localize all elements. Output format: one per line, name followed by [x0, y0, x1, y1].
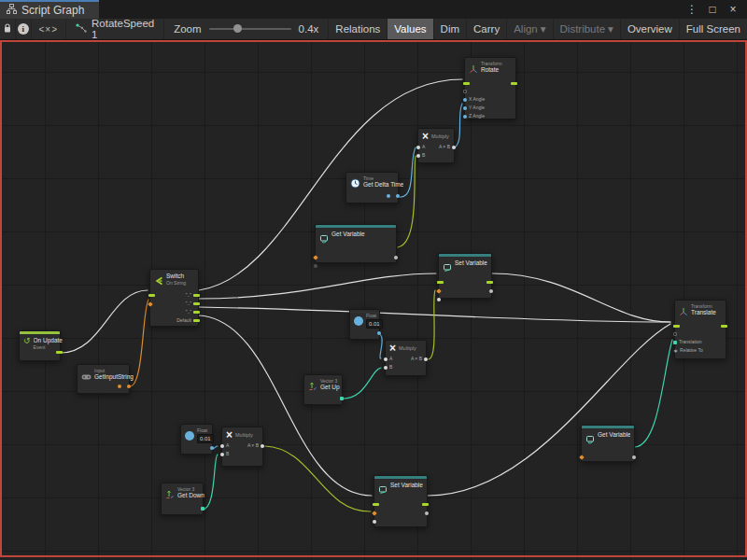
node-get-variable-br[interactable]: Get Variable	[581, 425, 635, 462]
overview-button[interactable]: Overview	[620, 19, 679, 39]
float-value-field[interactable]: 0.01	[366, 319, 383, 329]
value-input-port[interactable]	[437, 298, 441, 301]
node-get-down[interactable]: Vector 3 Get Down	[161, 483, 204, 515]
node-on-update[interactable]: ↺ On Update Event	[19, 330, 61, 361]
graph-canvas[interactable]: ↺ On Update Event Input GetInputString	[0, 40, 747, 560]
node-translate[interactable]: Transform Translate Translation ∗Relativ…	[674, 300, 726, 359]
variable-name-port[interactable]	[579, 455, 585, 460]
input-a-port[interactable]	[416, 146, 420, 149]
zoom-slider[interactable]	[209, 28, 291, 30]
float-output-port[interactable]	[210, 446, 214, 450]
control-input-port[interactable]	[148, 294, 155, 297]
align-dropdown[interactable]: Align▾	[506, 19, 552, 39]
wire-getvariable-to-multiply[interactable]	[398, 156, 416, 247]
control-input-port[interactable]	[437, 281, 444, 284]
control-input-port[interactable]	[373, 503, 379, 506]
fullscreen-button[interactable]: Full Screen	[679, 19, 747, 39]
graph-breadcrumb[interactable]: RotateSpeed 1	[66, 19, 164, 39]
y-angle-port[interactable]	[463, 106, 467, 110]
wire-switch-to-setvariable-mid[interactable]	[199, 273, 436, 299]
node-get-delta-time[interactable]: Time Get Delta Time	[345, 172, 399, 203]
input-b-port[interactable]	[416, 154, 420, 158]
carry-button[interactable]: Carry	[466, 19, 506, 39]
z-angle-port[interactable]	[463, 115, 467, 119]
vector-output-port[interactable]	[201, 507, 204, 511]
dim-button[interactable]: Dim	[433, 19, 466, 39]
values-button[interactable]: Values	[387, 19, 432, 39]
value-output-port[interactable]	[489, 289, 493, 293]
string-output-port[interactable]	[127, 385, 131, 388]
lock-button[interactable]	[0, 19, 16, 39]
selector-input-port[interactable]	[148, 301, 153, 307]
control-input-port[interactable]	[673, 325, 680, 328]
node-get-input-string[interactable]: Input GetInputString	[77, 364, 130, 394]
wire-setvariable-low-to-translate[interactable]	[428, 324, 670, 496]
case-output-port[interactable]	[193, 294, 200, 297]
node-multiply-mid[interactable]: × Multiply A A × B B	[385, 340, 427, 376]
float-output-port[interactable]	[377, 331, 381, 335]
wire-deltatime-to-multiply[interactable]	[400, 147, 416, 197]
node-multiply-low[interactable]: × Multiply A A × B B	[221, 427, 263, 467]
default-output-port[interactable]	[193, 319, 200, 322]
input-a-port[interactable]	[220, 444, 224, 448]
wire-setvariable-mid-to-translate[interactable]	[492, 273, 670, 322]
node-switch-on-string[interactable]: Switch On String ".." ".." ".." Default	[149, 269, 199, 327]
float-output-port[interactable]	[396, 194, 400, 198]
case-output-port[interactable]	[193, 302, 200, 305]
output-port[interactable]	[452, 146, 456, 149]
wire-multiply-low-to-setvariable[interactable]	[265, 446, 371, 511]
node-set-variable-low[interactable]: Set Variable	[374, 475, 428, 527]
input-a-port[interactable]	[384, 357, 388, 361]
control-output-port[interactable]	[56, 351, 63, 354]
node-float-low[interactable]: Float 0.01	[180, 424, 213, 455]
value-input-port[interactable]	[373, 520, 376, 524]
node-get-variable-top[interactable]: Get Variable	[315, 224, 397, 263]
variable-name-port[interactable]	[436, 288, 442, 294]
distribute-dropdown[interactable]: Distribute▾	[553, 19, 620, 39]
input-b-port[interactable]	[384, 366, 388, 370]
wire-onupdate-to-switch[interactable]	[61, 290, 148, 353]
variable-name-port[interactable]	[313, 255, 318, 260]
output-port[interactable]	[424, 357, 428, 361]
wire-getup-to-multiply-mid[interactable]	[341, 368, 381, 399]
variable-name-port[interactable]	[372, 511, 377, 516]
wire-getvariable-br-to-translate[interactable]	[635, 340, 672, 447]
value-output-port[interactable]	[632, 455, 636, 459]
node-multiply-rotate[interactable]: × Multiply A A × B B	[417, 128, 455, 163]
relations-button[interactable]: Relations	[328, 19, 387, 39]
input-b-port[interactable]	[220, 453, 224, 456]
node-set-variable-mid[interactable]: Set Variable	[438, 253, 492, 299]
close-icon[interactable]: ×	[725, 2, 741, 17]
vector-output-port[interactable]	[340, 397, 344, 400]
node-rotate[interactable]: Transform Rotate X Angle Y Angle Z Angle	[464, 57, 516, 119]
wire-switch-to-setvariable-low[interactable]	[199, 315, 372, 496]
value-output-port[interactable]	[394, 256, 398, 259]
control-output-port[interactable]	[721, 325, 727, 328]
float-value-field[interactable]: 0.01	[197, 434, 214, 443]
window-menu-icon[interactable]: ⋮	[684, 2, 700, 17]
node-title: Translate	[691, 309, 716, 316]
node-float-mid[interactable]: Float 0.01	[349, 309, 380, 340]
control-output-port[interactable]	[511, 82, 517, 85]
maximize-icon[interactable]: □	[704, 2, 721, 17]
zoom-slider-thumb[interactable]	[233, 24, 242, 33]
translation-port[interactable]	[673, 341, 677, 344]
control-input-port[interactable]	[463, 82, 470, 85]
wire-multiply-mid-to-setvariable[interactable]	[429, 290, 435, 359]
value-output-port[interactable]	[425, 511, 429, 515]
control-output-port[interactable]	[422, 503, 429, 506]
node-title: Float	[366, 313, 383, 318]
x-angle-port[interactable]	[463, 98, 467, 102]
control-output-port[interactable]	[486, 281, 493, 284]
info-button[interactable]: i	[16, 19, 32, 39]
wire-getdown-to-multiply-low[interactable]	[202, 455, 218, 510]
node-get-up[interactable]: Vector 3 Get Up	[303, 374, 343, 405]
code-view-button[interactable]: <×>	[32, 19, 66, 39]
target-transform-port[interactable]	[673, 332, 677, 336]
fallback-port[interactable]	[314, 264, 317, 268]
case-output-port[interactable]	[193, 311, 200, 314]
output-port[interactable]	[261, 444, 264, 448]
wire-multiply-to-rotate[interactable]	[455, 104, 462, 147]
tab-script-graph[interactable]: Script Graph	[0, 0, 99, 19]
target-transform-port[interactable]	[463, 90, 467, 93]
